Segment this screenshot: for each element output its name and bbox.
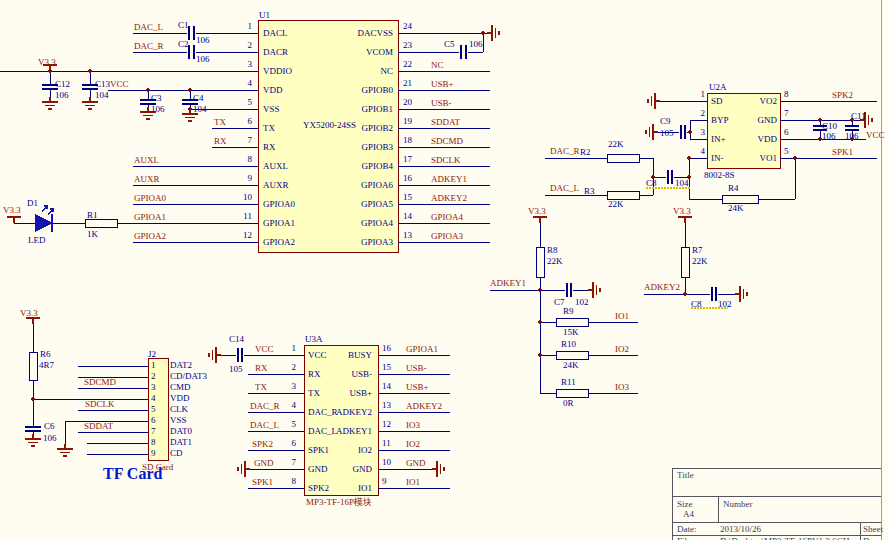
designator: C13 [95, 79, 110, 89]
r10-resistor [556, 351, 588, 359]
value: 22K [547, 256, 563, 266]
pin-name: GPIOA1 [263, 218, 295, 228]
pin-name: GPIOA2 [263, 237, 295, 247]
pin-number: 7 [151, 426, 156, 436]
pin-name: GPIOB4 [323, 161, 393, 171]
designator: C9 [660, 116, 671, 126]
net-label: GPIOA1 [134, 212, 166, 222]
value: 104 [675, 178, 689, 188]
pin-name: DACL [263, 28, 288, 38]
titleblock-date-label: Date: [677, 524, 697, 534]
net-label: SPK2 [832, 90, 853, 100]
value: 106 [196, 54, 210, 64]
pin-number: 17 [403, 154, 412, 164]
value: 102 [718, 299, 732, 309]
pin-number: 3 [151, 382, 156, 392]
gnd-icon [735, 286, 747, 302]
net-label: IO3 [406, 420, 420, 430]
pin-number: 10 [236, 192, 252, 202]
net-label: VCC [255, 344, 274, 354]
pin-number: 8 [282, 476, 296, 486]
designator: C4 [193, 93, 204, 103]
designator: C11 [851, 111, 866, 121]
net-label: V3.3 [3, 205, 21, 215]
pin-name: AUXR [263, 180, 289, 190]
r9-resistor [556, 318, 588, 326]
pin-number: 13 [382, 400, 391, 410]
pin-name: GPIOA3 [323, 237, 393, 247]
value: LED [28, 235, 46, 245]
pin-number: 24 [403, 21, 412, 31]
net-label: ADKEY1 [431, 174, 467, 184]
pin-number: 5 [236, 97, 252, 107]
j2-ref: J2 [148, 349, 156, 359]
net-label: USB- [431, 98, 452, 108]
pin-name: VSS [170, 415, 187, 425]
net-label: ADKEY1 [490, 278, 526, 288]
pin-name: VDD [737, 134, 777, 144]
designator: C12 [55, 79, 70, 89]
pin-name: DACR [263, 47, 288, 57]
value: 24K [563, 360, 579, 370]
gnd-icon [487, 25, 499, 41]
net-label: GPIOA2 [134, 231, 166, 241]
designator: R9 [563, 306, 574, 316]
r3-resistor [607, 191, 639, 199]
designator: D1 [27, 198, 38, 208]
value: 106 [845, 131, 859, 141]
pin-name: GPIOA5 [323, 199, 393, 209]
designator: R7 [692, 245, 703, 255]
designator: R2 [580, 147, 591, 157]
pin-number: 1 [282, 343, 296, 353]
designator: R10 [561, 339, 576, 349]
pin-number: 2 [693, 108, 705, 118]
designator: C14 [229, 334, 244, 344]
pin-number: 7 [282, 457, 296, 467]
pin-name: NC [323, 66, 393, 76]
net-label: SDCMD [84, 377, 116, 387]
net-label: IO3 [615, 382, 629, 392]
net-label: TX [214, 117, 226, 127]
u3a-ref: U3A [305, 334, 323, 344]
r2-resistor [607, 154, 639, 162]
pin-number: 9 [236, 173, 252, 183]
net-label: GPIOA4 [431, 212, 463, 222]
pin-name: BYP [711, 115, 729, 125]
pin-name: VCOM [323, 47, 393, 57]
value: 106 [43, 433, 57, 443]
net-label: IO1 [406, 477, 420, 487]
net-label: USB+ [431, 79, 454, 89]
pin-name: GPIOB0 [323, 85, 393, 95]
pin-name: BUSY [316, 350, 372, 360]
r7-resistor [681, 247, 689, 277]
value: 24K [728, 203, 744, 213]
designator: C8 [646, 178, 657, 188]
net-label: DAC_R [250, 401, 280, 411]
value: 104 [193, 104, 207, 114]
pin-name: USB+ [316, 388, 372, 398]
pin-number: 18 [403, 135, 412, 145]
net-label: NC [431, 60, 444, 70]
net-label: IO1 [615, 311, 629, 321]
designator: C10 [822, 121, 837, 131]
net-label: SPK1 [252, 477, 273, 487]
titleblock-size-value: A4 [683, 509, 694, 519]
net-label: RX [255, 363, 268, 373]
pin-number: 8 [236, 154, 252, 164]
titleblock-file-label: File: [677, 536, 694, 540]
titleblock-size-label: Size [677, 499, 693, 509]
pin-number: 13 [403, 230, 412, 240]
titleblock-sheet-label: Sheet [863, 524, 883, 534]
pin-number: 9 [382, 476, 387, 486]
pin-number: 7 [784, 108, 789, 118]
pin-name: TX [263, 123, 275, 133]
pin-name: VSS [263, 104, 280, 114]
pin-name: RX [263, 142, 276, 152]
net-label: SPK1 [832, 147, 853, 157]
pin-name: GND [737, 115, 777, 125]
pin-number: 2 [151, 371, 156, 381]
designator: C2 [178, 39, 189, 49]
r1-resistor [85, 219, 117, 227]
u2a-ref: U2A [709, 82, 727, 92]
pin-name: IO1 [316, 483, 372, 493]
